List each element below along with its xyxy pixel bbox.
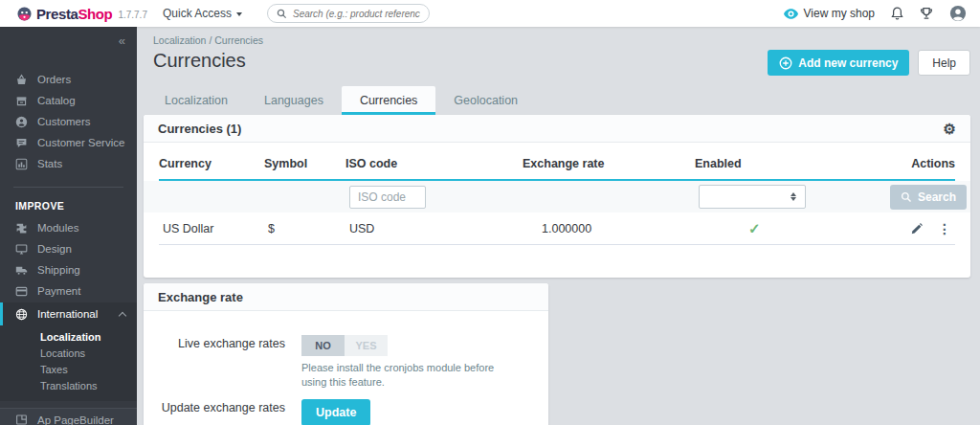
caret-down-icon — [236, 12, 242, 16]
prestashop-admin-window: PrestaShop 1.7.7.7 Quick Access View my … — [0, 0, 980, 425]
toggle-no-option[interactable]: NO — [301, 335, 345, 356]
tab-localization[interactable]: Localization — [146, 86, 246, 115]
chat-bubble-icon — [15, 137, 28, 149]
orders-basket-icon — [15, 74, 28, 86]
iso-code-filter-input[interactable] — [349, 186, 426, 209]
sidebar: « Orders Catalog Customers Customer Serv… — [0, 27, 137, 425]
live-rates-toggle[interactable]: NO YES — [301, 335, 514, 356]
row-menu-button[interactable]: ⋮ — [938, 222, 951, 235]
sidebar-main-nav: Orders Catalog Customers Customer Servic… — [0, 69, 137, 174]
main-content: Localization / Currencies Currencies Add… — [137, 27, 980, 425]
prestashop-logo[interactable]: PrestaShop 1.7.7.7 — [0, 6, 147, 22]
international-globe-icon — [15, 308, 28, 321]
breadcrumb-localization[interactable]: Localization — [153, 34, 206, 46]
search-icon — [277, 9, 287, 19]
view-my-shop-link[interactable]: View my shop — [784, 7, 875, 20]
sidebar-item-orders[interactable]: Orders — [0, 69, 137, 90]
quick-access-dropdown[interactable]: Quick Access — [163, 7, 242, 20]
currencies-table: Currency Symbol ISO code Exchange rate E… — [144, 143, 970, 278]
customers-person-icon — [15, 116, 28, 128]
exchange-rate-panel-title: Exchange rate — [158, 290, 243, 304]
tab-languages[interactable]: Languages — [246, 86, 342, 115]
modules-puzzle-icon — [15, 222, 28, 235]
page-title: Currencies — [153, 50, 246, 72]
sidebar-item-design[interactable]: Design — [0, 238, 137, 259]
sidebar-improve-nav: Modules Design Shipping Payment Internat… — [0, 217, 137, 425]
cell-actions: ⋮ — [886, 222, 955, 235]
column-header-symbol: Symbol — [264, 143, 345, 179]
search-icon — [901, 191, 912, 203]
exchange-rate-panel: Exchange rate Live exchange rates NO YES… — [144, 283, 548, 425]
cell-currency: US Dollar — [159, 222, 264, 235]
search-input[interactable] — [293, 9, 420, 19]
column-header-exchange-rate: Exchange rate — [523, 143, 695, 179]
table-search-button[interactable]: Search — [890, 185, 967, 210]
page-header: Currencies Add new currency Help — [137, 49, 980, 76]
settings-tabs: Localization Languages Currencies Geoloc… — [144, 86, 970, 115]
sidebar-item-payment[interactable]: Payment — [0, 280, 137, 302]
sidebar-item-shipping[interactable]: Shipping — [0, 259, 137, 280]
tab-currencies[interactable]: Currencies — [342, 86, 435, 115]
sidebar-item-modules[interactable]: Modules — [0, 217, 137, 238]
payment-card-icon — [15, 285, 28, 298]
pagebuilder-window-icon — [15, 414, 28, 425]
account-menu-button[interactable] — [949, 5, 967, 22]
column-header-actions: Actions — [886, 143, 955, 179]
update-button[interactable]: Update — [301, 399, 370, 425]
eye-icon — [784, 9, 798, 19]
sidebar-item-stats[interactable]: Stats — [0, 153, 137, 174]
gear-icon[interactable]: ⚙ — [944, 122, 956, 136]
bell-icon — [891, 7, 903, 20]
live-exchange-rates-label: Live exchange rates — [144, 335, 285, 390]
sidebar-collapse-button[interactable]: « — [0, 27, 137, 48]
currencies-panel: Currencies (1) ⚙ Currency Symbol ISO cod… — [144, 115, 970, 278]
table-row-us-dollar[interactable]: US Dollar $ USD 1.000000 ✓ ⋮ — [159, 212, 955, 245]
cell-exchange-rate: 1.000000 — [523, 222, 695, 235]
currencies-panel-header: Currencies (1) ⚙ — [144, 115, 970, 143]
submenu-item-localization[interactable]: Localization — [0, 328, 137, 345]
enabled-check-icon: ✓ — [748, 220, 761, 236]
sidebar-item-ap-pagebuilder[interactable]: Ap PageBuilder — [0, 409, 137, 425]
table-filter-row: Search — [144, 181, 970, 212]
select-arrows-icon — [791, 192, 796, 201]
live-exchange-rates-row: Live exchange rates NO YES Please instal… — [144, 335, 548, 390]
update-exchange-rates-label: Update exchange rates — [144, 399, 285, 425]
brand-name: PrestaShop — [36, 6, 112, 22]
breadcrumb-currencies: Currencies — [214, 34, 263, 46]
submenu-item-taxes[interactable]: Taxes — [0, 361, 137, 377]
prestashop-logo-icon — [17, 7, 32, 21]
help-button[interactable]: Help — [918, 50, 970, 76]
exchange-rate-panel-header: Exchange rate — [144, 283, 548, 311]
cell-symbol: $ — [264, 222, 345, 235]
sidebar-item-customer-service[interactable]: Customer Service — [0, 132, 137, 153]
global-search[interactable] — [267, 4, 430, 23]
version-label: 1.7.7.7 — [118, 10, 147, 20]
tab-geolocation[interactable]: Geolocation — [435, 86, 536, 115]
submenu-item-translations[interactable]: Translations — [0, 377, 137, 393]
currencies-panel-title: Currencies (1) — [158, 122, 241, 136]
add-new-currency-button[interactable]: Add new currency — [768, 50, 909, 76]
shipping-truck-icon — [15, 264, 28, 277]
table-header-row: Currency Symbol ISO code Exchange rate E… — [159, 143, 955, 181]
sidebar-addons-section: Ap PageBuilder Leo Blog Management — [0, 408, 137, 425]
plus-circle-icon — [779, 56, 792, 70]
pencil-icon — [910, 222, 924, 235]
breadcrumb-separator: / — [209, 34, 212, 46]
sidebar-item-customers[interactable]: Customers — [0, 111, 137, 132]
update-exchange-rates-row: Update exchange rates Update — [144, 399, 548, 425]
enabled-filter-select[interactable] — [699, 185, 806, 209]
column-header-currency: Currency — [159, 143, 264, 179]
sidebar-divider — [13, 187, 123, 188]
topbar-right-actions: View my shop — [784, 5, 980, 22]
notifications-button[interactable] — [891, 7, 903, 20]
achievements-button[interactable] — [920, 7, 933, 20]
submenu-item-locations[interactable]: Locations — [0, 345, 137, 361]
sidebar-item-catalog[interactable]: Catalog — [0, 90, 137, 111]
sidebar-item-international[interactable]: International — [0, 302, 137, 325]
column-header-enabled: Enabled — [695, 143, 886, 179]
edit-currency-button[interactable] — [910, 222, 924, 235]
toggle-yes-option[interactable]: YES — [345, 335, 388, 356]
cell-iso-code: USD — [345, 222, 523, 235]
trophy-icon — [920, 7, 933, 20]
design-monitor-icon — [15, 243, 28, 256]
